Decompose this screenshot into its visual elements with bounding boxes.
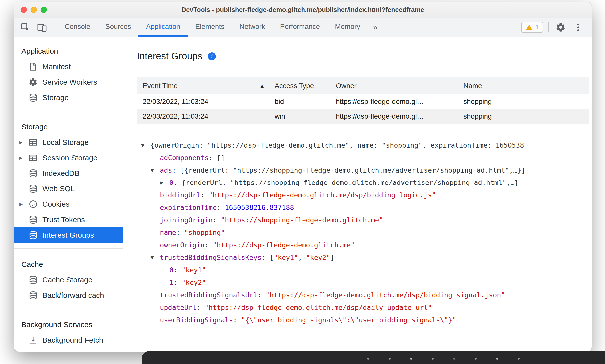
background-dock-bar bbox=[142, 351, 605, 364]
tab-console[interactable]: Console bbox=[57, 18, 98, 37]
toolbar-divider bbox=[53, 22, 53, 32]
expand-chevron-icon[interactable]: ▶ bbox=[19, 155, 28, 160]
collapse-arrow-icon[interactable]: ▼ bbox=[141, 142, 150, 148]
gear-icon bbox=[556, 22, 566, 32]
tree-text-key: adComponents bbox=[160, 154, 209, 162]
minimize-window-button[interactable] bbox=[31, 7, 37, 13]
table-cell: 22/03/2022, 11:03:24 bbox=[137, 94, 269, 109]
column-header-event-time[interactable]: Event Time▲ bbox=[137, 77, 269, 94]
sidebar-item-session-storage[interactable]: ▶Session Storage bbox=[14, 150, 123, 166]
tree-line: ownerOrigin: "https://dsp-fledge-demo.gl… bbox=[137, 239, 589, 251]
sidebar-item-label: Cookies bbox=[42, 200, 69, 208]
tree-text-plain: : bbox=[173, 279, 182, 286]
titlebar: DevTools - publisher-fledge-demo.glitch.… bbox=[14, 2, 592, 18]
sidebar-item-interest-groups[interactable]: Interest Groups bbox=[14, 227, 123, 243]
tab-elements[interactable]: Elements bbox=[188, 18, 232, 37]
column-header-owner[interactable]: Owner bbox=[330, 77, 458, 94]
tree-text-key: updateUrl bbox=[160, 304, 196, 311]
sidebar-divider bbox=[14, 111, 123, 111]
toolbar-divider bbox=[548, 22, 549, 32]
sidebar-item-indexeddb[interactable]: IndexedDB bbox=[14, 166, 123, 181]
tree-line: ▼trustedBiddingSignalsKeys: ["key1", "ke… bbox=[137, 251, 589, 264]
sidebar-item-cache-storage[interactable]: Cache Storage bbox=[14, 272, 123, 288]
tab-application[interactable]: Application bbox=[138, 18, 188, 37]
close-window-button[interactable] bbox=[21, 7, 27, 13]
tree-text-key: ads bbox=[160, 166, 172, 174]
interest-group-details-tree: ▼{ownerOrigin: "https://dsp-fledge-demo.… bbox=[137, 139, 589, 326]
device-toolbar-button[interactable] bbox=[35, 20, 49, 34]
tree-text-plain: : bbox=[173, 266, 182, 274]
sidebar-item-label: Service Workers bbox=[42, 78, 97, 86]
collapse-arrow-icon[interactable]: ▼ bbox=[150, 255, 160, 260]
sidebar-divider bbox=[14, 309, 123, 309]
tree-text-key: trustedBiddingSignalsUrl bbox=[160, 291, 257, 299]
tree-line: expirationTime: 1650538216.837188 bbox=[137, 201, 589, 214]
column-header-label: Event Time bbox=[143, 82, 178, 90]
issues-badge[interactable]: 1 bbox=[521, 22, 543, 33]
sidebar-item-storage[interactable]: Storage bbox=[14, 90, 123, 105]
more-panels-button[interactable]: » bbox=[368, 23, 383, 32]
tree-text-key: ownerOrigin bbox=[160, 241, 205, 249]
dock-dot bbox=[367, 358, 369, 360]
tree-text-key: 0 bbox=[169, 179, 173, 186]
tree-text-plain: : bbox=[176, 229, 184, 236]
fetch-icon bbox=[28, 335, 38, 345]
sidebar-item-local-storage[interactable]: ▶Local Storage bbox=[14, 135, 123, 150]
sidebar-item-service-workers[interactable]: Service Workers bbox=[14, 74, 123, 90]
inspect-element-button[interactable] bbox=[18, 20, 32, 34]
window-controls bbox=[21, 2, 47, 18]
sidebar-item-label: Manifest bbox=[42, 62, 71, 71]
kebab-menu-icon bbox=[573, 22, 583, 32]
column-header-label: Name bbox=[463, 82, 482, 90]
tree-text-plain: : bbox=[233, 316, 241, 324]
tab-sources[interactable]: Sources bbox=[98, 18, 139, 37]
tree-text-str: "{\"user_bidding_signals\":\"user_biddin… bbox=[241, 316, 456, 324]
application-sidebar: ApplicationManifestService WorkersStorag… bbox=[14, 37, 123, 352]
tree-text-plain: : [{renderUrl: "https://shopping-fledge-… bbox=[172, 166, 525, 174]
tree-line: 1: "key2" bbox=[137, 276, 589, 289]
sidebar-item-web-sql[interactable]: Web SQL bbox=[14, 181, 123, 196]
settings-gear-button[interactable] bbox=[554, 20, 568, 34]
tab-performance[interactable]: Performance bbox=[273, 18, 327, 37]
manifest-icon bbox=[28, 62, 38, 71]
tab-network[interactable]: Network bbox=[232, 18, 273, 37]
tree-text-plain: : bbox=[196, 304, 205, 311]
more-options-button[interactable] bbox=[571, 20, 585, 34]
tree-text-str: "key1" bbox=[274, 254, 298, 261]
tree-line: userBiddingSignals: "{\"user_bidding_sig… bbox=[137, 314, 589, 326]
column-header-name[interactable]: Name bbox=[458, 77, 589, 94]
sidebar-item-trust-tokens[interactable]: Trust Tokens bbox=[14, 212, 123, 227]
tree-line: ▼{ownerOrigin: "https://dsp-fledge-demo.… bbox=[137, 139, 589, 151]
zoom-window-button[interactable] bbox=[41, 7, 47, 13]
sidebar-item-background-fetch[interactable]: Background Fetch bbox=[14, 332, 123, 348]
tree-text-plain: : bbox=[201, 191, 209, 199]
tree-text-plain: : bbox=[257, 291, 266, 299]
collapse-arrow-icon[interactable]: ▼ bbox=[150, 167, 160, 173]
warning-icon bbox=[526, 24, 533, 31]
table-row[interactable]: 22/03/2022, 11:03:24bidhttps://dsp-fledg… bbox=[137, 94, 589, 109]
expand-arrow-icon[interactable]: ▶ bbox=[160, 180, 169, 185]
interest-groups-table: Event Time▲Access TypeOwnerName 22/03/20… bbox=[137, 77, 589, 124]
sidebar-item-back-forward-cach[interactable]: Back/forward cach bbox=[14, 288, 123, 303]
tab-memory[interactable]: Memory bbox=[327, 18, 368, 37]
device-toolbar-icon bbox=[37, 22, 47, 32]
expand-chevron-icon[interactable]: ▶ bbox=[19, 140, 28, 145]
column-header-access-type[interactable]: Access Type bbox=[269, 77, 330, 94]
expand-chevron-icon[interactable]: ▶ bbox=[19, 202, 28, 207]
tree-text-plain: , bbox=[298, 254, 306, 261]
table-icon bbox=[28, 138, 38, 147]
sidebar-item-cookies[interactable]: ▶Cookies bbox=[14, 196, 123, 212]
sidebar-item-label: Cache Storage bbox=[42, 276, 92, 284]
database-icon bbox=[28, 275, 38, 285]
heading-row: Interest Groups i bbox=[137, 51, 589, 62]
tree-text-num: 1650538216.837188 bbox=[225, 204, 294, 211]
issues-count: 1 bbox=[535, 23, 539, 31]
table-row[interactable]: 22/03/2022, 11:03:24winhttps://dsp-fledg… bbox=[137, 109, 589, 124]
tree-text-str: "https://dsp-fledge-demo.glitch.me/dsp/b… bbox=[266, 291, 505, 299]
dock-dot bbox=[496, 358, 498, 360]
tree-text-key: joiningOrigin bbox=[160, 216, 213, 224]
sidebar-item-manifest[interactable]: Manifest bbox=[14, 59, 123, 74]
database-icon bbox=[28, 169, 38, 178]
info-icon[interactable]: i bbox=[208, 52, 216, 60]
column-header-label: Access Type bbox=[275, 82, 314, 90]
